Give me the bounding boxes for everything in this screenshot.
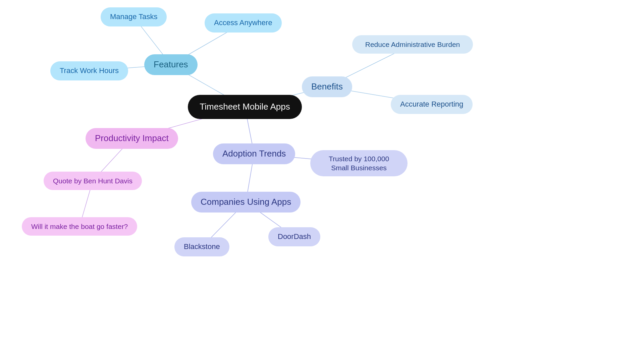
features-node: Features [144, 54, 198, 75]
productivity-node: Productivity Impact [86, 128, 178, 149]
adoption-trends-node: Adoption Trends [213, 143, 295, 164]
manage-tasks-node: Manage Tasks [101, 7, 167, 26]
doordash-node: DoorDash [268, 227, 320, 246]
trusted-node: Trusted by 100,000 Small Businesses [310, 150, 408, 176]
boat-faster-node: Will it make the boat go faster? [22, 217, 137, 236]
blackstone-node: Blackstone [174, 237, 229, 256]
reduce-admin-node: Reduce Administrative Burden [352, 35, 473, 54]
track-work-hours-node: Track Work Hours [50, 61, 128, 80]
quote-ben-node: Quote by Ben Hunt Davis [44, 172, 142, 190]
access-anywhere-node: Access Anywhere [205, 13, 282, 33]
accurate-reporting-node: Accurate Reporting [391, 95, 473, 114]
benefits-node: Benefits [302, 76, 352, 97]
center-node: Timesheet Mobile Apps [188, 95, 302, 119]
companies-node: Companies Using Apps [191, 192, 301, 213]
